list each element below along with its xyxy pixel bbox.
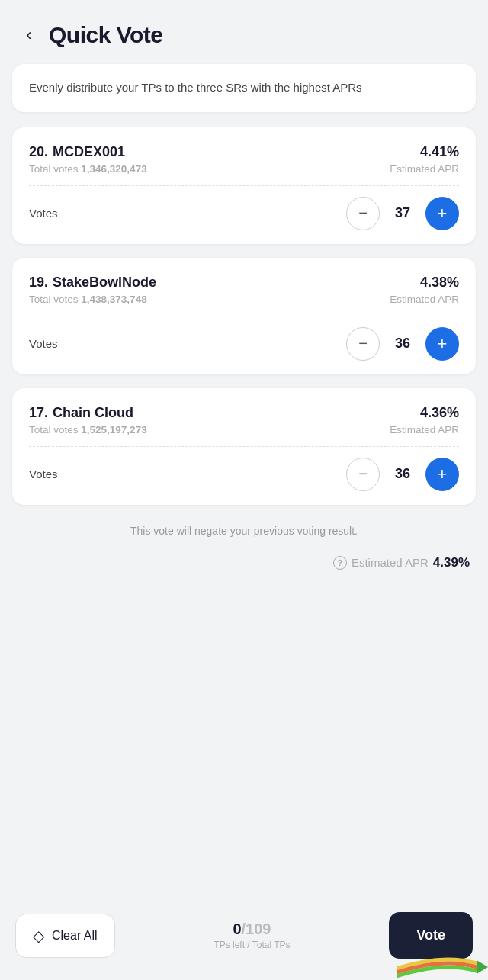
vote-button[interactable]: Vote xyxy=(389,912,473,959)
sr-card-1-rank: 20. xyxy=(29,144,48,160)
sr-card-1: 20. MCDEX001 4.41% Total votes 1,346,320… xyxy=(12,127,476,244)
sr-card-2-vote-count: 36 xyxy=(380,336,425,352)
sr-card-1-input-row: Votes − 37 + xyxy=(29,197,459,230)
sr-card-1-plus-button[interactable]: + xyxy=(425,197,459,230)
sr-card-2-plus-button[interactable]: + xyxy=(425,327,459,361)
sr-card-2-minus-button[interactable]: − xyxy=(346,327,380,361)
bottom-apr-value: 4.39% xyxy=(433,555,470,570)
sr-card-1-name: MCDEX001 xyxy=(53,144,125,160)
bottom-apr-label: Estimated APR xyxy=(352,556,429,569)
sr-card-3-estimated-apr-label: Estimated APR xyxy=(390,424,459,435)
tps-sublabel: TPs left / Total TPs xyxy=(124,940,380,950)
clear-icon: ◇ xyxy=(33,927,44,945)
sr-card-2-divider xyxy=(29,316,459,316)
sr-card-1-votes-label: Total votes 1,346,320,473 xyxy=(29,163,147,175)
sr-card-1-divider xyxy=(29,185,459,186)
info-card: Evenly distribute your TPs to the three … xyxy=(12,64,476,112)
sr-card-1-header: 20. MCDEX001 4.41% xyxy=(29,144,459,160)
sr-card-1-stats: Total votes 1,346,320,473 Estimated APR xyxy=(29,163,459,175)
help-icon: ? xyxy=(333,556,347,570)
info-card-text: Evenly distribute your TPs to the three … xyxy=(29,79,459,97)
sr-card-2-name-row: 19. StakeBowlNode xyxy=(29,275,156,291)
sr-card-3-apr: 4.36% xyxy=(420,405,459,421)
tps-count: 0/109 xyxy=(124,921,380,938)
sr-card-1-estimated-apr-label: Estimated APR xyxy=(390,163,459,175)
sr-card-2-input-row: Votes − 36 + xyxy=(29,327,459,361)
sr-card-1-name-row: 20. MCDEX001 xyxy=(29,144,125,160)
sr-card-3-input-row: Votes − 36 + xyxy=(29,458,459,491)
sr-card-3-header: 17. Chain Cloud 4.36% xyxy=(29,405,459,421)
tps-info: 0/109 TPs left / Total TPs xyxy=(124,921,380,950)
sr-card-2: 19. StakeBowlNode 4.38% Total votes 1,43… xyxy=(12,258,476,374)
sr-card-1-votes-text: Votes xyxy=(29,207,58,220)
sr-card-2-stats: Total votes 1,438,373,748 Estimated APR xyxy=(29,294,459,305)
sr-card-2-name: StakeBowlNode xyxy=(53,275,156,291)
sr-card-3-votes-text: Votes xyxy=(29,468,58,480)
sr-card-1-apr: 4.41% xyxy=(420,144,459,160)
sr-card-1-votes-control: − 37 + xyxy=(346,197,459,230)
sr-card-1-minus-button[interactable]: − xyxy=(346,197,380,230)
sr-card-3-vote-count: 36 xyxy=(380,466,425,482)
back-button[interactable]: ‹ xyxy=(15,21,43,49)
sr-card-1-vote-count: 37 xyxy=(380,205,425,221)
sr-card-3-votes-label: Total votes 1,525,197,273 xyxy=(29,424,147,435)
sr-card-2-votes-text: Votes xyxy=(29,337,58,350)
sr-card-3-name: Chain Cloud xyxy=(53,405,133,421)
page: ‹ Quick Vote Evenly distribute your TPs … xyxy=(0,0,488,980)
header: ‹ Quick Vote xyxy=(0,0,488,64)
sr-card-3-minus-button[interactable]: − xyxy=(346,458,380,491)
page-title: Quick Vote xyxy=(49,22,162,48)
back-icon: ‹ xyxy=(26,25,31,45)
sr-card-3-stats: Total votes 1,525,197,273 Estimated APR xyxy=(29,424,459,435)
sr-card-3-plus-button[interactable]: + xyxy=(425,458,459,491)
sr-card-3-name-row: 17. Chain Cloud xyxy=(29,405,133,421)
bottom-bar: ◇ Clear All 0/109 TPs left / Total TPs V… xyxy=(0,900,488,980)
warning-text: This vote will negate your previous voti… xyxy=(12,525,476,537)
sr-card-2-votes-control: − 36 + xyxy=(346,327,459,361)
clear-all-label: Clear All xyxy=(52,929,98,943)
sr-card-2-header: 19. StakeBowlNode 4.38% xyxy=(29,275,459,291)
sr-card-3-rank: 17. xyxy=(29,405,48,421)
clear-all-button[interactable]: ◇ Clear All xyxy=(15,914,115,958)
sr-card-3: 17. Chain Cloud 4.36% Total votes 1,525,… xyxy=(12,388,476,505)
bottom-apr-row: ? Estimated APR 4.39% xyxy=(0,555,488,570)
sr-card-3-votes-control: − 36 + xyxy=(346,458,459,491)
sr-card-2-rank: 19. xyxy=(29,275,48,291)
sr-card-2-apr: 4.38% xyxy=(420,275,459,291)
sr-card-3-divider xyxy=(29,446,459,447)
sr-card-2-votes-label: Total votes 1,438,373,748 xyxy=(29,294,147,305)
sr-card-2-estimated-apr-label: Estimated APR xyxy=(390,294,459,305)
